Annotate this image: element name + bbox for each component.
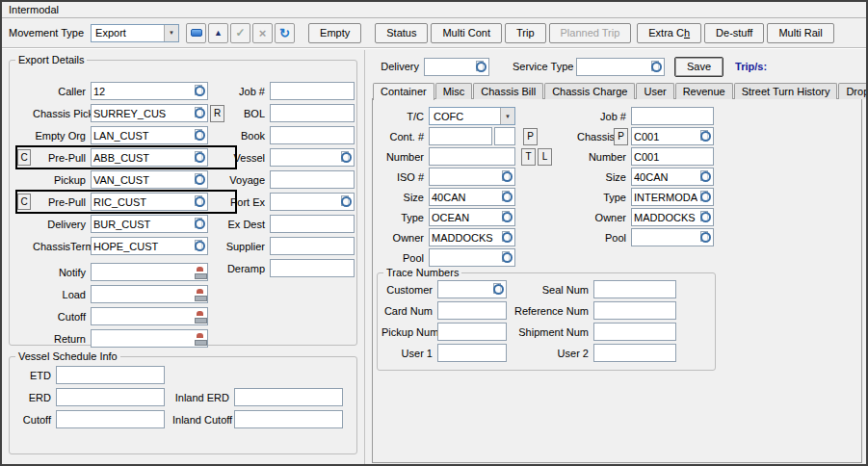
l-button[interactable]: L (538, 148, 552, 166)
user2-input[interactable] (594, 346, 674, 360)
t-button[interactable]: T (521, 148, 536, 166)
pickup-num-input[interactable] (438, 324, 505, 339)
tab-container[interactable]: Container (373, 83, 434, 100)
container-type-input[interactable] (430, 210, 501, 224)
pre-pull-input[interactable] (92, 150, 194, 165)
planned-trip-button[interactable]: Planned Trip (549, 23, 632, 43)
p-button[interactable]: P (614, 128, 628, 145)
refresh-button[interactable]: ↻ (275, 23, 295, 43)
lookup-icon[interactable] (650, 61, 663, 73)
date-stamp-icon[interactable] (194, 266, 206, 278)
iso-input[interactable] (430, 169, 501, 184)
voyage-input[interactable] (271, 172, 353, 187)
bol-input[interactable] (271, 106, 353, 120)
lookup-icon[interactable] (501, 170, 513, 183)
service-type-input[interactable] (577, 60, 650, 74)
vessel-input[interactable] (271, 150, 340, 165)
cutoff-input[interactable] (92, 309, 194, 324)
chassis-type-input[interactable] (632, 190, 699, 204)
ex-dest-input[interactable] (271, 217, 353, 231)
lookup-icon[interactable] (699, 191, 712, 203)
chassis-owner-input[interactable] (632, 210, 699, 224)
lookup-icon[interactable] (340, 151, 353, 164)
erd-input[interactable] (57, 390, 163, 404)
chassis-input[interactable] (632, 129, 699, 143)
lookup-icon[interactable] (194, 240, 206, 252)
lookup-icon[interactable] (501, 231, 513, 244)
tab-street-turn-history[interactable]: Street Turn History (734, 83, 838, 99)
confirm-button[interactable]: ✓ (230, 23, 250, 43)
vs-cutoff-input[interactable] (57, 412, 163, 427)
c-button[interactable]: C (17, 149, 31, 166)
seal-num-input[interactable] (594, 282, 674, 297)
lookup-icon[interactable] (194, 173, 206, 186)
movement-type-select[interactable]: Export ▼ (91, 24, 179, 42)
job-input[interactable] (271, 84, 353, 98)
lookup-icon[interactable] (475, 61, 487, 73)
container-size-input[interactable] (430, 190, 501, 204)
chassis-size-input[interactable] (632, 169, 699, 184)
notify-input[interactable] (92, 265, 194, 279)
lookup-icon[interactable] (194, 151, 206, 164)
cancel-button[interactable]: × (252, 23, 273, 43)
lookup-icon[interactable] (699, 231, 712, 244)
customer-input[interactable] (438, 282, 492, 297)
cont-check-digit-input[interactable] (495, 129, 513, 143)
trip-button[interactable]: Trip (505, 23, 546, 43)
date-stamp-icon[interactable] (194, 288, 206, 300)
p-button[interactable]: P (523, 128, 538, 145)
r-button[interactable]: R (210, 105, 224, 122)
pickup-input[interactable] (92, 172, 194, 187)
port-ex-input[interactable] (271, 194, 340, 209)
load-input[interactable] (92, 287, 194, 301)
lookup-icon[interactable] (194, 195, 206, 208)
user1-input[interactable] (438, 346, 505, 360)
tab-chassis-bill[interactable]: Chassis Bill (473, 83, 543, 99)
lookup-icon[interactable] (501, 211, 513, 223)
book-input[interactable] (271, 128, 353, 142)
tab-misc[interactable]: Misc (435, 83, 473, 99)
shipment-num-input[interactable] (594, 324, 674, 339)
caller-input[interactable] (92, 84, 194, 98)
field-mode-button[interactable] (186, 23, 206, 43)
multi-rail-button[interactable]: Multi Rail (767, 23, 833, 43)
cont-num-input[interactable] (430, 129, 490, 143)
tc-select[interactable]: COFC ▼ (429, 107, 515, 125)
card-num-input[interactable] (438, 303, 505, 318)
empty-button[interactable]: Empty (308, 23, 361, 43)
lookup-icon[interactable] (699, 211, 712, 223)
inland-cutoff-input[interactable] (235, 412, 341, 427)
lookup-icon[interactable] (501, 191, 513, 203)
pre-pull-input[interactable] (92, 194, 194, 209)
return-input[interactable] (92, 331, 194, 346)
tab-revenue[interactable]: Revenue (675, 83, 733, 99)
container-number-input[interactable] (430, 149, 513, 164)
chassis-number-input[interactable] (632, 149, 712, 164)
save-button[interactable]: Save (674, 57, 723, 77)
inland-erd-input[interactable] (235, 390, 341, 404)
move-up-button[interactable]: ▲ (208, 23, 228, 43)
lookup-icon[interactable] (492, 283, 505, 296)
lookup-icon[interactable] (340, 195, 353, 208)
empty-org-input[interactable] (92, 128, 194, 142)
chassis-pick-input[interactable] (92, 106, 194, 120)
delivery-input[interactable] (92, 217, 194, 231)
deramp-input[interactable] (271, 261, 353, 275)
lookup-icon[interactable] (194, 85, 206, 97)
lookup-icon[interactable] (194, 107, 206, 119)
de-stuff-button[interactable]: De-stuff (704, 23, 764, 43)
chassis-term-input[interactable] (92, 239, 194, 253)
c-button[interactable]: C (17, 194, 31, 210)
lookup-icon[interactable] (699, 130, 712, 142)
chassis-job-input[interactable] (632, 109, 712, 123)
lookup-icon[interactable] (194, 218, 206, 230)
multi-cont-button[interactable]: Multi Cont (431, 23, 502, 43)
date-stamp-icon[interactable] (194, 332, 206, 345)
tab-user[interactable]: User (636, 83, 673, 99)
reference-num-input[interactable] (594, 303, 674, 318)
lookup-icon[interactable] (501, 251, 513, 264)
container-owner-input[interactable] (430, 230, 501, 245)
chassis-pool-input[interactable] (632, 230, 699, 245)
tab-drop-grid[interactable]: Drop Grid (838, 83, 868, 99)
supplier-input[interactable] (271, 239, 353, 253)
